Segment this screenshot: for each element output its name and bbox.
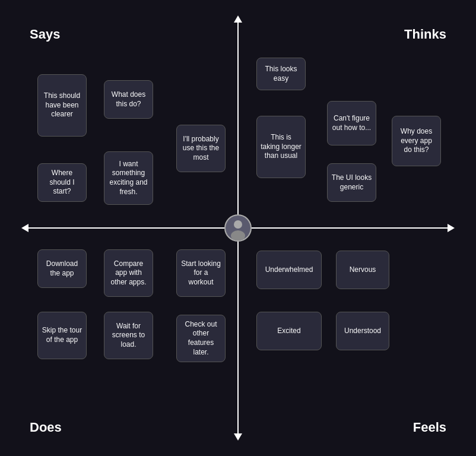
card-wait-for: Wait for screens to load. — [104, 312, 153, 359]
card-i-want: I want something exciting and fresh. — [104, 151, 153, 205]
card-understood: Understood — [336, 312, 389, 350]
card-why-does: Why does every app do this? — [392, 116, 441, 166]
arrow-right-icon — [448, 224, 455, 232]
thinks-label: Thinks — [404, 27, 446, 42]
says-label: Says — [30, 27, 60, 42]
arrow-down-icon — [234, 433, 242, 441]
card-check-out: Check out other features later. — [176, 315, 226, 362]
card-excited: Excited — [256, 312, 322, 350]
card-this-is-taking: This is taking longer than usual — [256, 116, 306, 178]
card-compare: Compare app with other apps. — [104, 249, 153, 297]
card-this-should: This should have been clearer — [37, 74, 87, 137]
feels-label: Feels — [413, 420, 446, 435]
card-nervous: Nervous — [336, 251, 389, 289]
card-skip-tour: Skip the tour of the app — [37, 312, 87, 359]
card-where-should: Where should I start? — [37, 163, 87, 202]
svg-point-1 — [234, 220, 242, 229]
card-underwhelmed: Underwhelmed — [256, 251, 322, 289]
arrow-up-icon — [234, 15, 242, 23]
card-cant-figure: Can't figure out how to... — [327, 101, 376, 145]
card-what-does: What does this do? — [104, 80, 153, 119]
card-ill-probably: I'll probably use this the most — [176, 125, 226, 172]
card-this-looks-easy: This looks easy — [256, 58, 306, 90]
does-label: Does — [30, 420, 62, 435]
card-download: Download the app — [37, 249, 87, 288]
arrow-left-icon — [21, 224, 28, 232]
card-ui-looks: The UI looks generic — [327, 163, 376, 202]
card-start-looking: Start looking for a workout — [176, 249, 226, 297]
avatar — [224, 214, 252, 242]
